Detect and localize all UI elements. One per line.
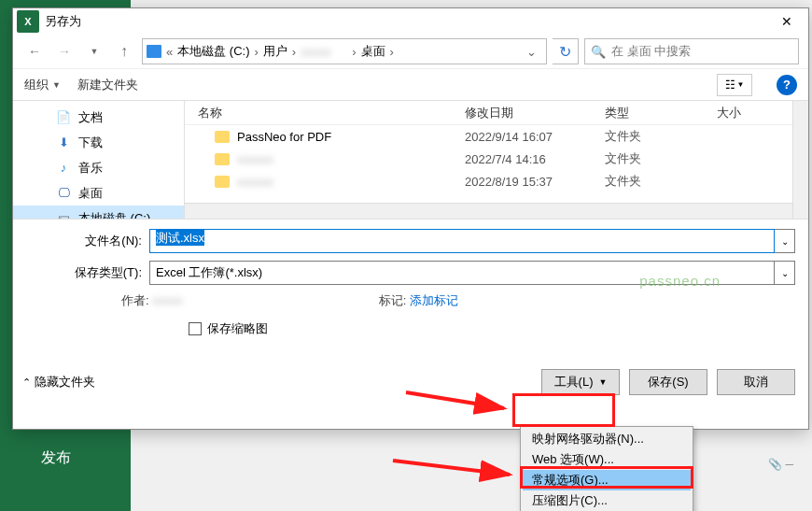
cancel-button[interactable]: 取消 (717, 369, 795, 395)
table-row[interactable]: xxxxxx2022/7/4 14:16文件夹 (185, 148, 808, 170)
tags-label: 标记: (379, 293, 407, 307)
search-icon: 🔍 (591, 45, 606, 59)
forward-button[interactable]: → (52, 39, 77, 64)
tree-item[interactable]: ♪音乐 (13, 155, 184, 180)
tools-button[interactable]: 工具(L)▼ (541, 369, 620, 395)
up-button[interactable]: ↑ (112, 39, 136, 64)
save-as-dialog: X 另存为 ✕ ← → ▼ ↑ « 本地磁盘 (C:)› 用户› xxxxx› … (12, 7, 809, 430)
vertical-scrollbar[interactable] (792, 101, 808, 219)
filetype-label: 保存类型(T): (69, 264, 149, 281)
highlight-box-general (520, 466, 693, 489)
arrow-2 (388, 456, 519, 484)
bg-publish-label: 发布 (41, 448, 71, 468)
chevron-down-icon: ⌃ (22, 376, 31, 389)
thumbnail-label: 保存缩略图 (207, 320, 268, 337)
filename-dd[interactable]: ⌄ (775, 229, 795, 253)
new-folder-button[interactable]: 新建文件夹 (77, 77, 138, 93)
watermark: passneo.cn (639, 273, 721, 289)
close-button[interactable]: ✕ (765, 8, 808, 35)
highlight-box-tools (512, 393, 615, 427)
col-type[interactable]: 类型 (605, 105, 717, 121)
filename-input[interactable]: 测试.xlsx (149, 229, 775, 253)
breadcrumb[interactable]: « 本地磁盘 (C:)› 用户› xxxxx› 桌面› ⌄ (142, 38, 547, 64)
folder-tree[interactable]: 📄文档⬇下载♪音乐🖵桌面🖴本地磁盘 (C:) (13, 101, 185, 219)
view-button[interactable]: ☷ ▼ (717, 74, 752, 96)
organize-button[interactable]: 组织▼ (24, 77, 61, 93)
bg-attach-icon: 📎 ─ (768, 458, 793, 471)
arrow-1 (401, 388, 513, 416)
add-tags-link[interactable]: 添加标记 (410, 293, 458, 307)
excel-icon: X (17, 10, 39, 33)
filename-label: 文件名(N): (69, 233, 149, 249)
tree-item[interactable]: ⬇下载 (13, 130, 184, 155)
col-date[interactable]: 修改日期 (465, 105, 605, 121)
help-button[interactable]: ? (777, 75, 797, 95)
window-title: 另存为 (45, 13, 81, 30)
save-button[interactable]: 保存(S) (629, 369, 707, 395)
horizontal-scrollbar[interactable] (185, 203, 808, 219)
hide-folders-toggle[interactable]: ⌃ 隐藏文件夹 (22, 374, 95, 390)
author-label: 作者: (121, 293, 149, 307)
tree-item[interactable]: 🖴本地磁盘 (C:) (13, 206, 184, 219)
recent-dd[interactable]: ▼ (82, 39, 106, 64)
thumbnail-checkbox[interactable] (189, 322, 202, 335)
tree-item[interactable]: 🖵桌面 (13, 180, 184, 206)
refresh-button[interactable]: ↻ (553, 38, 579, 64)
col-size[interactable]: 大小 (717, 105, 771, 121)
col-name[interactable]: 名称 (185, 105, 465, 121)
pc-icon (147, 45, 161, 58)
menu-item[interactable]: 压缩图片(C)... (523, 490, 691, 511)
filetype-dd[interactable]: ⌄ (775, 261, 795, 285)
svg-line-0 (406, 392, 504, 408)
svg-line-1 (393, 461, 510, 475)
file-list[interactable]: 名称 修改日期 类型 大小 PassNeo for PDF2022/9/14 1… (185, 101, 808, 219)
menu-item[interactable]: 映射网络驱动器(N)... (523, 429, 691, 449)
table-row[interactable]: PassNeo for PDF2022/9/14 16:07文件夹 (185, 125, 808, 148)
table-row[interactable]: xxxxxx2022/8/19 15:37文件夹 (185, 170, 808, 192)
search-input[interactable]: 🔍 在 桌面 中搜索 (584, 38, 799, 64)
author-value[interactable]: xxxxx (152, 293, 183, 307)
back-button[interactable]: ← (22, 39, 47, 64)
tree-item[interactable]: 📄文档 (13, 105, 184, 130)
